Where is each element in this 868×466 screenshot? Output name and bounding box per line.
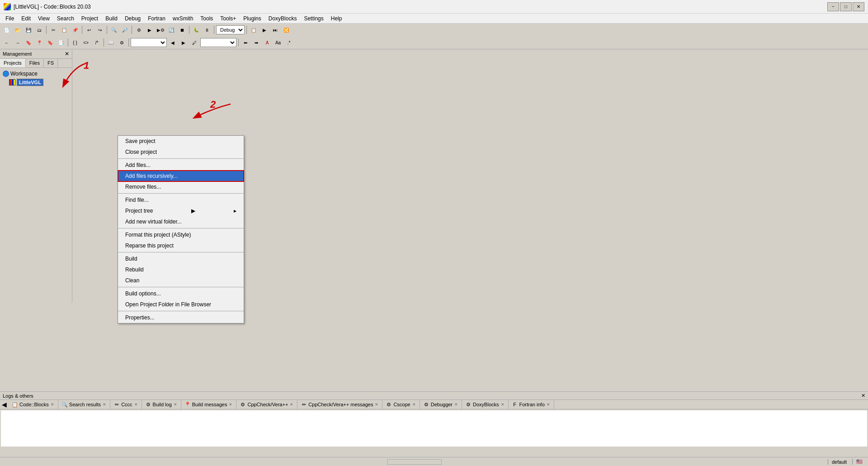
log-tab-5[interactable]: ⚙CppCheck/Vera++✕: [236, 400, 297, 409]
management-close[interactable]: ✕: [65, 51, 69, 57]
build-target-select[interactable]: Debug: [216, 25, 245, 34]
tab-close-1[interactable]: ✕: [103, 402, 106, 407]
ctx-clean[interactable]: Clean: [118, 275, 244, 286]
menu-item-plugins[interactable]: Plugins: [240, 14, 264, 23]
jump-back-btn[interactable]: ⬅: [241, 38, 250, 48]
menu-item-edit[interactable]: Edit: [18, 14, 34, 23]
tb-extra2[interactable]: ▶: [259, 25, 269, 35]
tab-close-2[interactable]: ✕: [134, 402, 138, 407]
maximize-button[interactable]: □: [840, 2, 852, 11]
minimize-button[interactable]: −: [827, 2, 839, 11]
find-adv-button[interactable]: 🔎: [120, 25, 130, 35]
doxy-btn1[interactable]: 📖: [106, 38, 116, 48]
ctx-remove-files[interactable]: Remove files...: [118, 181, 244, 192]
find-button[interactable]: 🔍: [109, 25, 119, 35]
abc-btn[interactable]: Aa: [273, 38, 283, 48]
logs-close-icon[interactable]: ✕: [861, 393, 865, 399]
open-button[interactable]: 📂: [13, 25, 23, 35]
menu-item-doxyblocks[interactable]: DoxyBlocks: [265, 14, 301, 23]
workspace-item[interactable]: 🌐 Workspace: [2, 70, 70, 78]
jump-select[interactable]: [200, 38, 236, 47]
ctx-find-file[interactable]: Find file...: [118, 195, 244, 205]
ctx-add-files-recursively[interactable]: Add files recursively...: [118, 171, 244, 181]
menu-item-help[interactable]: Help: [327, 14, 346, 23]
menu-item-view[interactable]: View: [34, 14, 53, 23]
new-button[interactable]: 📄: [2, 25, 12, 35]
highlight-btn[interactable]: 🖊: [189, 38, 199, 48]
log-tab-3[interactable]: ⚙Build log✕: [142, 400, 181, 409]
tab-fs[interactable]: FS: [44, 59, 58, 67]
code-btn2[interactable]: <>: [81, 38, 91, 48]
build-button[interactable]: ⚙: [134, 25, 144, 35]
log-tab-9[interactable]: ⚙DoxyBlocks✕: [462, 400, 508, 409]
tab-close-9[interactable]: ✕: [501, 402, 505, 407]
bookmark2-btn[interactable]: 📍: [34, 38, 44, 48]
close-button[interactable]: ✕: [853, 2, 864, 11]
log-tab-4[interactable]: 📍Build messages✕: [181, 400, 237, 409]
ctx-add-files[interactable]: Add files...: [118, 160, 244, 171]
highlight2-btn[interactable]: A: [262, 38, 272, 48]
log-tab-7[interactable]: ⚙Cscope✕: [382, 400, 420, 409]
menu-item-wxsmith[interactable]: wxSmith: [169, 14, 197, 23]
undo-button[interactable]: ↩: [84, 25, 94, 35]
tab-close-3[interactable]: ✕: [174, 402, 177, 407]
tab-close-0[interactable]: ✕: [51, 402, 54, 407]
tab-close-8[interactable]: ✕: [454, 402, 458, 407]
ctx-reparse[interactable]: Reparse this project: [118, 240, 244, 251]
regex-btn[interactable]: .*: [284, 38, 294, 48]
build-run-button[interactable]: ▶⚙: [156, 25, 165, 35]
log-tab-8[interactable]: ⚙Debugger✕: [420, 400, 462, 409]
nav-back-btn[interactable]: ◀: [168, 38, 178, 48]
code-select[interactable]: [131, 38, 167, 47]
save-button[interactable]: 💾: [24, 25, 33, 35]
menu-item-fortran[interactable]: Fortran: [144, 14, 169, 23]
code-btn1[interactable]: { }: [70, 38, 80, 48]
bookmark4-btn[interactable]: 📑: [56, 38, 66, 48]
jump-fwd-btn[interactable]: ➡: [251, 38, 261, 48]
save-all-button[interactable]: 🗂: [34, 25, 44, 35]
menu-item-build[interactable]: Build: [102, 14, 121, 23]
tab-files[interactable]: Files: [26, 59, 44, 67]
tb-extra3[interactable]: ⏭: [270, 25, 280, 35]
ctx-properties[interactable]: Properties...: [118, 312, 244, 323]
debug-button[interactable]: 🐛: [191, 25, 201, 35]
tab-close-6[interactable]: ✕: [375, 402, 378, 407]
paste-button[interactable]: 📌: [70, 25, 80, 35]
run-button[interactable]: ▶: [145, 25, 155, 35]
ctx-project-tree[interactable]: Project tree ▶: [118, 205, 244, 216]
menu-item-search[interactable]: Search: [53, 14, 78, 23]
ctx-build[interactable]: Build: [118, 253, 244, 264]
log-tab-2[interactable]: ✏Cccc✕: [110, 400, 142, 409]
tab-projects[interactable]: Projects: [0, 59, 26, 67]
ctx-close-project[interactable]: Close project: [118, 147, 244, 157]
cut-button[interactable]: ✂: [48, 25, 58, 35]
pause-button[interactable]: ⏸: [202, 25, 212, 35]
nav-fwd-btn[interactable]: ▶: [179, 38, 189, 48]
tab-close-5[interactable]: ✕: [290, 402, 293, 407]
tab-close-7[interactable]: ✕: [412, 402, 416, 407]
code-btn3[interactable]: /*: [92, 38, 102, 48]
tb-extra1[interactable]: 📋: [249, 25, 259, 35]
ctx-format-project[interactable]: Format this project (AStyle): [118, 229, 244, 240]
ctx-add-virtual-folder[interactable]: Add new virtual folder...: [118, 216, 244, 227]
ctx-open-folder[interactable]: Open Project Folder in File Browser: [118, 299, 244, 310]
menu-item-debug[interactable]: Debug: [121, 14, 144, 23]
log-tab-10[interactable]: FFortran info✕: [509, 400, 554, 409]
ctx-save-project[interactable]: Save project: [118, 136, 244, 147]
arrow-left-btn[interactable]: ←: [2, 38, 12, 48]
arrow-right-btn[interactable]: →: [13, 38, 23, 48]
log-tab-1[interactable]: 🔍Search results✕: [58, 400, 110, 409]
tab-close-10[interactable]: ✕: [547, 402, 550, 407]
tab-close-4[interactable]: ✕: [229, 402, 232, 407]
doxy-btn2[interactable]: ⚙: [117, 38, 127, 48]
tb-extra4[interactable]: 🔀: [281, 25, 291, 35]
menu-item-tools[interactable]: Tools: [197, 14, 217, 23]
rebuild-button[interactable]: 🔄: [166, 25, 176, 35]
menu-item-project[interactable]: Project: [78, 14, 102, 23]
menu-item-file[interactable]: File: [2, 14, 18, 23]
menu-item-settings[interactable]: Settings: [300, 14, 327, 23]
menu-item-tools+[interactable]: Tools+: [217, 14, 240, 23]
copy-button[interactable]: 📋: [59, 25, 69, 35]
bookmark3-btn[interactable]: 🔖: [45, 38, 55, 48]
redo-button[interactable]: ↪: [95, 25, 105, 35]
